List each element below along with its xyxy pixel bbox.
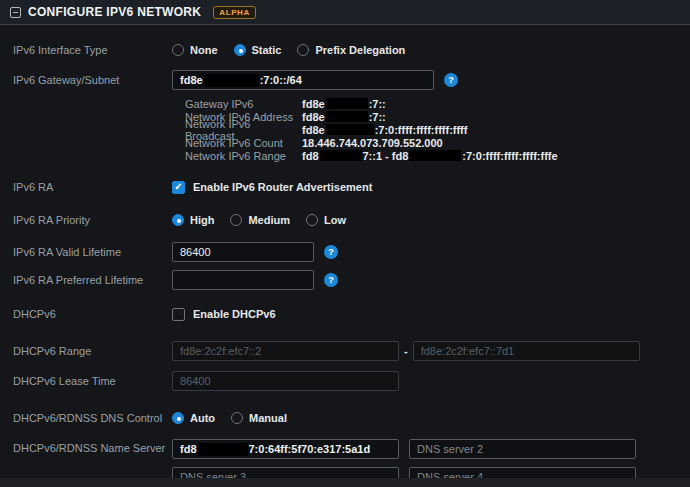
enable-ra-checkbox-label: Enable IPv6 Router Advertisement <box>193 181 372 193</box>
info-label: Gateway IPv6 <box>185 98 302 110</box>
ra-preferred-lifetime-input[interactable] <box>172 270 314 290</box>
row-gateway-subnet: IPv6 Gateway/Subnet fd8e:7:0::/64 ? <box>0 70 690 90</box>
collapse-section-icon[interactable] <box>10 7 21 18</box>
page-title: CONFIGURE IPV6 NETWORK <box>28 5 201 19</box>
ra-priority-option-low[interactable]: Low <box>306 214 346 226</box>
redaction-box <box>326 98 368 109</box>
option-label: None <box>190 44 218 56</box>
redaction-box <box>320 150 362 161</box>
row-ra-valid-lifetime: IPv6 RA Valid Lifetime ? <box>0 242 690 262</box>
info-row-gateway-ipv6: Gateway IPv6 fd8e:7:: <box>185 97 690 110</box>
radio-icon[interactable] <box>172 44 184 56</box>
radio-selected-icon[interactable] <box>234 44 246 56</box>
page-bottom-edge <box>0 478 690 487</box>
radio-icon[interactable] <box>231 412 243 424</box>
dns-control-label: DHCPv6/RDNSS DNS Control <box>0 412 172 424</box>
option-label: Prefix Delegation <box>315 44 405 56</box>
dhcpv6-label: DHCPv6 <box>0 308 172 320</box>
interface-type-option-none[interactable]: None <box>172 44 218 56</box>
ra-valid-lifetime-label: IPv6 RA Valid Lifetime <box>0 246 172 258</box>
radio-selected-icon[interactable] <box>172 412 184 424</box>
info-label: Network IPv6 Range <box>185 150 302 162</box>
ra-valid-lifetime-input[interactable] <box>172 242 314 262</box>
dns-control-option-auto[interactable]: Auto <box>172 412 215 424</box>
info-value: fd8e:7:0:ffff:ffff:ffff:ffff <box>302 124 467 136</box>
dhcpv6-range-end-input <box>413 341 640 361</box>
redaction-box <box>204 74 259 87</box>
ra-preferred-lifetime-label: IPv6 RA Preferred Lifetime <box>0 274 172 286</box>
section-header: CONFIGURE IPV6 NETWORK ALPHA <box>0 0 690 25</box>
interface-type-label: IPv6 Interface Type <box>0 44 172 56</box>
option-label: Medium <box>248 214 290 226</box>
interface-type-option-static[interactable]: Static <box>234 44 282 56</box>
interface-type-option-prefix-delegation[interactable]: Prefix Delegation <box>297 44 405 56</box>
row-dhcpv6-range: DHCPv6 Range - <box>0 341 690 361</box>
name-server-label: DHCPv6/RDNSS Name Server <box>0 439 172 454</box>
row-dhcpv6-lease-time: DHCPv6 Lease Time <box>0 371 690 391</box>
radio-icon[interactable] <box>230 214 242 226</box>
gateway-value-prefix: fd8e <box>180 74 203 86</box>
redaction-box <box>326 111 368 122</box>
enable-ra-checkbox[interactable]: ✓ <box>172 181 185 194</box>
info-value: 18.446.744.073.709.552.000 <box>302 137 443 149</box>
info-row-network-range: Network IPv6 Range fd87::1 - fd8:7:0:fff… <box>185 149 690 162</box>
ipv6-ra-label: IPv6 RA <box>0 181 172 193</box>
ra-priority-label: IPv6 RA Priority <box>0 214 172 226</box>
ipv6-config-form: IPv6 Interface Type None Static Prefix D… <box>0 25 690 487</box>
option-label: Static <box>252 44 282 56</box>
option-label: Manual <box>249 412 287 424</box>
option-label: High <box>190 214 214 226</box>
info-value: fd8e:7:: <box>302 98 386 110</box>
network-info-block: Gateway IPv6 fd8e:7:: Network IPv6 Addre… <box>185 97 690 162</box>
radio-icon[interactable] <box>297 44 309 56</box>
radio-selected-icon[interactable] <box>172 214 184 226</box>
info-row-network-broadcast: Network IPv6 Broadcast fd8e:7:0:ffff:fff… <box>185 123 690 136</box>
dns1-value-suffix: 7:0:64ff:5f70:e317:5a1d <box>249 443 371 455</box>
dhcpv6-lease-time-label: DHCPv6 Lease Time <box>0 375 172 387</box>
info-value: fd87::1 - fd8:7:0:ffff:ffff:ffff:fffe <box>302 150 558 162</box>
enable-dhcpv6-checkbox[interactable] <box>172 308 185 321</box>
alpha-badge: ALPHA <box>213 6 256 19</box>
dhcpv6-range-start-input <box>172 341 399 361</box>
option-label: Low <box>324 214 346 226</box>
row-ra-priority: IPv6 RA Priority High Medium Low <box>0 210 690 230</box>
option-label: Auto <box>190 412 215 424</box>
range-separator: - <box>404 345 408 357</box>
enable-dhcpv6-checkbox-label: Enable DHCPv6 <box>193 308 276 320</box>
info-label: Network IPv6 Count <box>185 137 302 149</box>
redaction-box <box>198 443 248 456</box>
dns1-value-prefix: fd8 <box>180 443 197 455</box>
dns-control-option-manual[interactable]: Manual <box>231 412 287 424</box>
help-icon[interactable]: ? <box>324 245 338 259</box>
ra-priority-option-high[interactable]: High <box>172 214 214 226</box>
dhcpv6-lease-time-input <box>172 371 399 391</box>
row-dhcpv6: DHCPv6 Enable DHCPv6 <box>0 304 690 324</box>
redaction-box <box>326 124 374 135</box>
dns-server-2-input[interactable] <box>409 439 636 459</box>
dhcpv6-range-label: DHCPv6 Range <box>0 345 172 357</box>
ra-priority-option-medium[interactable]: Medium <box>230 214 290 226</box>
row-dns-control: DHCPv6/RDNSS DNS Control Auto Manual <box>0 408 690 428</box>
row-ipv6-ra: IPv6 RA ✓ Enable IPv6 Router Advertiseme… <box>0 177 690 197</box>
gateway-subnet-label: IPv6 Gateway/Subnet <box>0 74 172 86</box>
help-icon[interactable]: ? <box>324 273 338 287</box>
row-ra-preferred-lifetime: IPv6 RA Preferred Lifetime ? <box>0 270 690 290</box>
info-value: fd8e:7:: <box>302 111 386 123</box>
dns-server-1-input[interactable]: fd87:0:64ff:5f70:e317:5a1d <box>172 439 399 459</box>
redaction-box <box>409 150 461 161</box>
help-icon[interactable]: ? <box>444 73 458 87</box>
row-interface-type: IPv6 Interface Type None Static Prefix D… <box>0 40 690 60</box>
gateway-subnet-input[interactable]: fd8e:7:0::/64 <box>172 70 434 90</box>
gateway-value-suffix: :7:0::/64 <box>260 74 302 86</box>
info-row-network-count: Network IPv6 Count 18.446.744.073.709.55… <box>185 136 690 149</box>
radio-icon[interactable] <box>306 214 318 226</box>
